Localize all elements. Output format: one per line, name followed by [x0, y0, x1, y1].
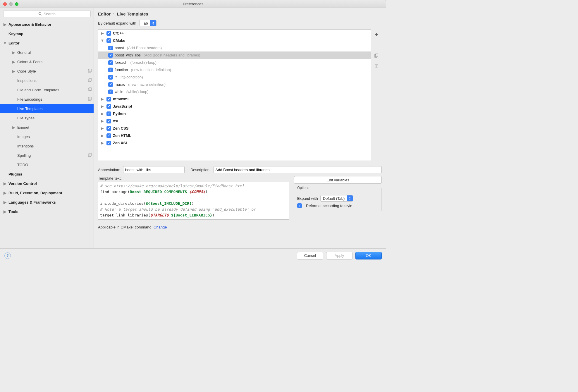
sidebar-item[interactable]: Inspections: [0, 76, 94, 85]
template-hint: (while()-loop): [126, 90, 149, 94]
template-name: Zen CSS: [113, 126, 128, 130]
template-item[interactable]: ✓while(while()-loop): [98, 88, 371, 95]
sidebar-item[interactable]: ▶Tools: [0, 207, 94, 216]
template-item[interactable]: ✓foreach(foreach()-loop): [98, 59, 371, 66]
remove-button[interactable]: [374, 42, 379, 48]
sidebar-item-label: Plugins: [8, 172, 22, 176]
chevron-right-icon: ▶: [12, 60, 16, 64]
sidebar-item-label: File Types: [17, 116, 35, 120]
sidebar-item[interactable]: ▶Languages & Frameworks: [0, 197, 94, 207]
template-item[interactable]: ▶✓Zen HTML: [98, 132, 371, 139]
code-line: ${Boost_LIBRARIES}: [171, 213, 212, 217]
code-line: # Note: a target should be already defin…: [100, 207, 256, 212]
apply-button[interactable]: Apply: [326, 252, 352, 259]
copy-button[interactable]: [374, 53, 379, 59]
chevron-right-icon: ▶: [3, 181, 7, 186]
checkbox-icon[interactable]: ✓: [108, 90, 113, 94]
help-button[interactable]: ?: [4, 252, 11, 259]
change-context-link[interactable]: Change: [154, 225, 167, 229]
sidebar-item[interactable]: ▶Appearance & Behavior: [0, 20, 94, 29]
reformat-checkbox[interactable]: ✓ Reformat according to style: [297, 203, 379, 208]
checkbox-icon[interactable]: ✓: [106, 31, 111, 36]
sidebar-item-label: General: [17, 50, 31, 55]
sidebar-item[interactable]: File Encodings: [0, 94, 94, 104]
sidebar-item[interactable]: Keymap: [0, 29, 94, 38]
svg-point-0: [39, 13, 41, 15]
applicable-text: Applicable in CMake: command.: [98, 225, 154, 229]
sidebar-item[interactable]: ▶Code Style: [0, 66, 94, 76]
splitter-handle[interactable]: ::::::: [98, 161, 382, 163]
checkbox-icon[interactable]: ✓: [108, 60, 113, 65]
sidebar-item[interactable]: Spelling: [0, 151, 94, 160]
sidebar-item[interactable]: ▼Editor: [0, 38, 94, 48]
checkbox-icon[interactable]: ✓: [106, 111, 111, 116]
checkbox-icon[interactable]: ✓: [108, 75, 113, 80]
expand-with-select[interactable]: Tab ▲▼: [139, 20, 156, 26]
checkbox-icon[interactable]: ✓: [108, 53, 113, 58]
ok-button[interactable]: OK: [355, 252, 382, 259]
template-item[interactable]: ✓function(new function definition): [98, 66, 371, 73]
sidebar-item[interactable]: TODO: [0, 160, 94, 169]
template-tree[interactable]: ▶✓C/C++▼✓CMake✓boost(Add Boost headers)✓…: [98, 29, 371, 161]
checkbox-icon[interactable]: ✓: [108, 46, 113, 50]
add-button[interactable]: [374, 32, 379, 37]
cancel-button[interactable]: Cancel: [297, 252, 323, 259]
template-item[interactable]: ▶✓Zen XSL: [98, 139, 371, 147]
sidebar-item-label: Emmet: [17, 125, 29, 130]
sidebar-item[interactable]: ▶Emmet: [0, 123, 94, 132]
sidebar-item-label: File Encodings: [17, 97, 42, 102]
template-item[interactable]: ▶✓xsl: [98, 117, 371, 125]
sidebar-item[interactable]: ▶Version Control: [0, 179, 94, 188]
checkbox-icon[interactable]: ✓: [106, 97, 111, 102]
checkbox-icon[interactable]: ✓: [106, 119, 111, 123]
template-name: if: [115, 75, 117, 79]
sidebar-item[interactable]: Live Templates: [0, 104, 94, 113]
checkbox-icon[interactable]: ✓: [106, 133, 111, 138]
template-item[interactable]: ✓boost(Add Boost headers): [98, 44, 371, 51]
sidebar-item[interactable]: ▶Colors & Fonts: [0, 57, 94, 66]
template-text-editor[interactable]: # see https://cmake.org/cmake/help/lates…: [98, 182, 289, 220]
checkbox-icon[interactable]: ✓: [108, 68, 113, 72]
template-item[interactable]: ▶✓JavaScript: [98, 103, 371, 110]
expand-with-inner-select[interactable]: Default (Tab) ▲▼: [320, 195, 353, 202]
search-input[interactable]: Search: [3, 10, 91, 17]
code-line: ): [192, 201, 194, 206]
select-arrows-icon: ▲▼: [347, 195, 353, 201]
svg-rect-11: [89, 153, 91, 156]
checkbox-icon[interactable]: ✓: [106, 126, 111, 131]
scheme-copy-icon: [88, 87, 92, 92]
template-item[interactable]: ▶✓html/xml: [98, 95, 371, 103]
scheme-copy-icon: [88, 97, 92, 102]
chevron-down-icon: ▼: [101, 38, 104, 43]
abbreviation-input[interactable]: [123, 166, 185, 173]
breadcrumb: Editor › Live Templates: [98, 11, 382, 16]
sidebar-item-label: Editor: [8, 41, 20, 45]
sidebar-item[interactable]: Plugins: [0, 169, 94, 179]
description-input[interactable]: [214, 166, 382, 173]
checkbox-icon[interactable]: ✓: [106, 38, 111, 43]
checkbox-icon[interactable]: ✓: [108, 82, 113, 87]
template-item[interactable]: ✓macro(new macro definition): [98, 81, 371, 88]
paste-button[interactable]: [374, 63, 379, 69]
expand-with-label: By default expand with: [98, 21, 136, 25]
sidebar-item[interactable]: File Types: [0, 113, 94, 123]
template-item[interactable]: ▼✓CMake: [98, 37, 371, 44]
template-item[interactable]: ▶✓Python: [98, 110, 371, 117]
template-item[interactable]: ✓boost_with_libs(Add Boost headers and l…: [98, 51, 371, 59]
checkbox-icon[interactable]: ✓: [106, 141, 111, 145]
sidebar-item[interactable]: ▶Build, Execution, Deployment: [0, 188, 94, 197]
template-item[interactable]: ▶✓C/C++: [98, 30, 371, 37]
sidebar-item[interactable]: File and Code Templates: [0, 85, 94, 94]
svg-rect-5: [89, 78, 91, 81]
template-item[interactable]: ▶✓Zen CSS: [98, 125, 371, 132]
edit-variables-button[interactable]: Edit variables: [294, 176, 382, 184]
sidebar-item[interactable]: Intentions: [0, 141, 94, 151]
template-item[interactable]: ✓if(if()-condition): [98, 73, 371, 81]
sidebar-item[interactable]: ▶General: [0, 48, 94, 57]
checkbox-icon[interactable]: ✓: [106, 104, 111, 109]
code-line: find_package(: [100, 190, 130, 194]
template-name: xsl: [113, 119, 118, 123]
template-name: Zen XSL: [113, 141, 128, 145]
svg-rect-9: [89, 97, 91, 100]
sidebar-item[interactable]: Images: [0, 132, 94, 141]
